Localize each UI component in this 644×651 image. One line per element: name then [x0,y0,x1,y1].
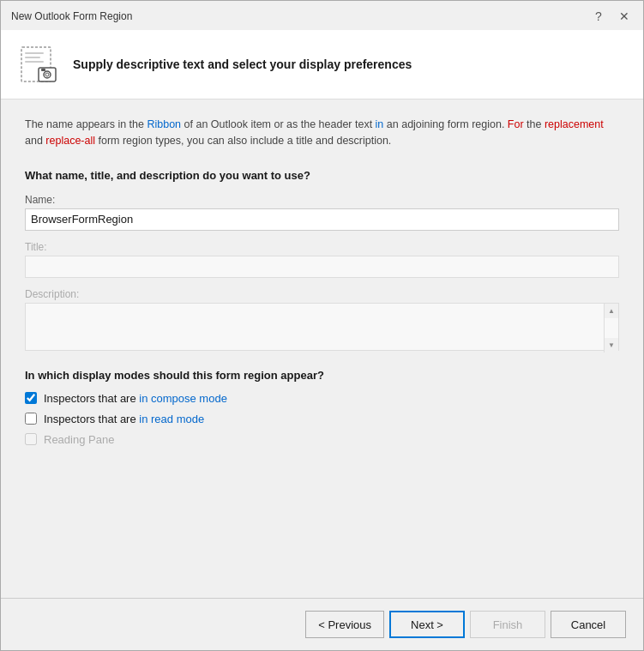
finish-button[interactable]: Finish [470,611,545,638]
close-button[interactable]: ✕ [616,8,633,25]
window-title: New Outlook Form Region [11,10,132,22]
help-button[interactable]: ? [590,8,607,25]
dialog-window: New Outlook Form Region ? ✕ Supply descr… [0,0,644,651]
svg-rect-7 [41,69,45,71]
display-modes-title: In which display modes should this form … [25,369,619,382]
svg-rect-2 [25,57,40,58]
scroll-up-btn[interactable]: ▲ [605,304,618,318]
for-link: For [508,118,524,130]
title-bar-controls: ? ✕ [590,8,633,25]
compose-mode-label[interactable]: Inspectors that are in compose mode [44,392,227,405]
replace-all-link: replace-all [45,135,95,147]
description-textarea[interactable] [25,303,619,351]
title-bar: New Outlook Form Region ? ✕ [1,1,643,30]
svg-rect-3 [25,61,44,63]
form-section-label: What name, title, and description do you… [25,169,619,182]
reading-pane-row: Reading Pane [25,433,619,446]
title-bar-left: New Outlook Form Region [11,10,132,22]
name-field-group: Name: [25,194,619,231]
description-label: Description: [25,288,619,300]
header-title: Supply descriptive text and select your … [73,57,412,71]
scroll-down-btn[interactable]: ▼ [605,338,618,353]
display-modes-section: In which display modes should this form … [25,369,619,446]
ribbon-link: Ribbon [147,118,181,130]
description-textarea-wrapper: ▲ ▼ [25,303,619,353]
svg-rect-1 [25,52,44,54]
info-paragraph: The name appears in the Ribbon of an Out… [25,117,619,150]
title-label: Title: [25,241,619,253]
read-mode-label[interactable]: Inspectors that are in read mode [44,413,204,425]
replacement-link: replacement [545,118,604,130]
name-input[interactable] [25,208,619,231]
in-link: in [376,118,384,130]
form-region-icon [18,44,59,85]
name-label: Name: [25,194,619,206]
read-mode-row: Inspectors that are in read mode [25,413,619,425]
header-section: Supply descriptive text and select your … [1,30,643,99]
compose-mode-checkbox[interactable] [25,392,37,404]
compose-mode-row: Inspectors that are in compose mode [25,392,619,405]
next-button[interactable]: Next > [389,611,465,638]
content-area: The name appears in the Ribbon of an Out… [1,99,643,598]
description-field-group: Description: ▲ ▼ [25,288,619,353]
title-input[interactable] [25,256,619,278]
footer: < Previous Next > Finish Cancel [1,598,643,650]
reading-pane-label: Reading Pane [44,433,114,446]
read-mode-checkbox[interactable] [25,413,37,425]
title-field-group: Title: [25,241,619,278]
textarea-scrollbar: ▲ ▼ [604,304,618,353]
reading-pane-checkbox[interactable] [25,433,37,445]
previous-button[interactable]: < Previous [305,611,384,638]
cancel-button[interactable]: Cancel [551,611,626,638]
